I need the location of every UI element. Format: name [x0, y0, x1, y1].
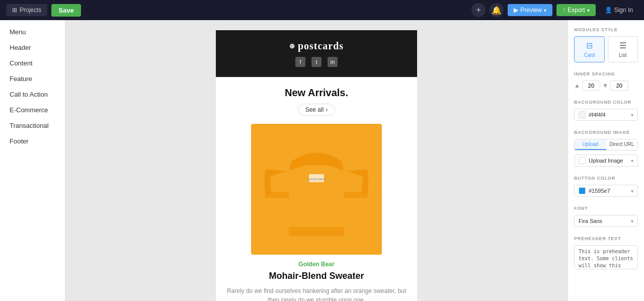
projects-label: Projects — [20, 7, 41, 14]
signin-button[interactable]: 👤 Sign In — [600, 4, 638, 16]
user-icon: 👤 — [605, 7, 612, 14]
sidebar-item-cta[interactable]: Call to Action — [0, 87, 65, 102]
button-color-caret-icon: ▾ — [631, 188, 633, 194]
bg-color-value: #f4f4f4 — [589, 112, 628, 118]
preview-label: Preview — [520, 7, 542, 14]
email-header-block: ⊕ postcards f t in — [216, 30, 417, 77]
sidebar-item-ecommerce[interactable]: E-Commerce — [0, 102, 65, 118]
button-color-label: BUTTON COLOR — [574, 176, 638, 181]
sidebar-item-content[interactable]: Content — [0, 55, 65, 71]
canvas-area: ⊕ postcards f t in New Arrivals. See all… — [65, 20, 568, 301]
spacing-up-icon[interactable]: ▲ — [574, 82, 580, 89]
sidebar-item-feature[interactable]: Feature — [0, 71, 65, 87]
add-button[interactable]: + — [471, 3, 486, 17]
style-buttons: ⊟ Card ☰ List — [574, 36, 638, 62]
upload-caret-icon: ▾ — [631, 158, 633, 164]
product-description: Rarely do we find ourselves hankering af… — [226, 286, 407, 301]
see-all-button[interactable]: See all › — [298, 104, 336, 116]
see-all-label: See all — [305, 106, 324, 113]
export-caret-icon: ▾ — [587, 8, 590, 13]
preheader-label: PREHEADER TEXT — [574, 236, 638, 241]
spacing-row: ▲ ▼ — [574, 81, 638, 91]
modules-style-label: MODULES STYLE — [574, 27, 638, 32]
upload-tab[interactable]: Upload — [575, 139, 606, 150]
font-label: FONT — [574, 206, 638, 211]
font-caret-icon: ▾ — [631, 218, 633, 224]
inner-spacing-label: INNER SPACING — [574, 71, 638, 77]
section-title: New Arrivals. — [226, 87, 407, 99]
card-label: Card — [584, 52, 595, 58]
sidebar-item-menu[interactable]: Menu — [0, 24, 65, 40]
spacing-top-input[interactable] — [582, 81, 600, 91]
color-caret-icon: ▾ — [631, 112, 633, 118]
svg-text:GOLDEN BEAR: GOLDEN BEAR — [307, 178, 326, 181]
save-button[interactable]: Save — [51, 4, 80, 17]
email-social: f t in — [226, 57, 407, 67]
card-style-button[interactable]: ⊟ Card — [574, 36, 605, 62]
button-color-swatch — [579, 187, 586, 194]
bg-image-label: BACKGROUND IMAGE — [574, 130, 638, 135]
svg-rect-4 — [265, 192, 289, 198]
projects-button[interactable]: ⊞ Projects — [6, 4, 47, 16]
sweater-svg: GOLDEN BEAR — [261, 134, 372, 245]
product-image: GOLDEN BEAR — [251, 124, 382, 255]
topbar: ⊞ Projects Save + 🔔 ▶ Preview ▾ ↑ Export… — [0, 0, 644, 20]
topbar-right: + 🔔 ▶ Preview ▾ ↑ Export ▾ 👤 Sign In — [471, 3, 638, 17]
list-icon: ☰ — [619, 41, 626, 50]
upload-image-row[interactable]: Upload Image ▾ — [574, 155, 638, 167]
preview-icon: ▶ — [514, 7, 518, 14]
notification-button[interactable]: 🔔 — [490, 3, 504, 17]
bg-image-tabs: Upload Direct URL — [574, 139, 638, 150]
topbar-left: ⊞ Projects Save — [6, 4, 81, 17]
product-name: Mohair-Blend Sweater — [226, 271, 407, 281]
list-label: List — [619, 52, 627, 58]
font-select[interactable]: Fira Sans ▾ — [574, 215, 638, 227]
twitter-icon: t — [311, 57, 321, 67]
preheader-section: PREHEADER TEXT This is preheader text. S… — [574, 236, 638, 271]
sidebar-item-footer[interactable]: Footer — [0, 133, 65, 149]
logo-text: postcards — [298, 40, 344, 52]
font-section: FONT Fira Sans ▾ — [574, 206, 638, 227]
sidebar-item-transactional[interactable]: Transactional — [0, 118, 65, 133]
button-color-section: BUTTON COLOR #1595e7 ▾ — [574, 176, 638, 197]
card-icon: ⊟ — [586, 41, 593, 50]
direct-url-tab[interactable]: Direct URL — [606, 139, 638, 150]
button-color-value: #1595e7 — [589, 188, 628, 194]
sidebar-item-header[interactable]: Header — [0, 40, 65, 55]
upload-image-label: Upload Image — [589, 158, 628, 164]
right-panel: MODULES STYLE ⊟ Card ☰ List INNER SPACIN… — [568, 20, 644, 301]
inner-spacing-section: INNER SPACING ▲ ▼ — [574, 71, 638, 91]
export-label: Export — [568, 7, 585, 14]
export-button[interactable]: ↑ Export ▾ — [556, 4, 596, 16]
email-preview: ⊕ postcards f t in New Arrivals. See all… — [216, 30, 417, 291]
svg-rect-3 — [289, 227, 344, 236]
modules-style-section: MODULES STYLE ⊟ Card ☰ List — [574, 27, 638, 62]
sidebar: Menu Header Content Feature Call to Acti… — [0, 20, 65, 301]
bg-color-picker[interactable]: #f4f4f4 ▾ — [574, 109, 638, 121]
list-style-button[interactable]: ☰ List — [608, 36, 638, 62]
email-logo: ⊕ postcards — [226, 40, 407, 52]
export-icon: ↑ — [562, 7, 566, 14]
preheader-textarea[interactable]: This is preheader text. Some clients wil… — [574, 245, 638, 269]
product-brand: Golden Bear — [226, 261, 407, 268]
bg-color-swatch — [579, 111, 586, 118]
facebook-icon: f — [295, 57, 305, 67]
main-layout: Menu Header Content Feature Call to Acti… — [0, 20, 644, 301]
bg-color-label: BACKGROUND COLOR — [574, 100, 638, 105]
chevron-right-icon: › — [326, 106, 328, 113]
preview-button[interactable]: ▶ Preview ▾ — [508, 4, 552, 16]
upload-checkbox[interactable] — [579, 157, 586, 164]
bg-image-section: BACKGROUND IMAGE Upload Direct URL Uploa… — [574, 130, 638, 167]
logo-icon: ⊕ — [289, 42, 295, 50]
spacing-bottom-input[interactable] — [610, 81, 628, 91]
preview-caret-icon: ▾ — [544, 8, 546, 13]
email-content-block: New Arrivals. See all › — [216, 77, 417, 301]
grid-icon: ⊞ — [12, 7, 17, 14]
bg-color-section: BACKGROUND COLOR #f4f4f4 ▾ — [574, 100, 638, 121]
font-value: Fira Sans — [579, 218, 602, 224]
signin-label: Sign In — [614, 7, 633, 14]
button-color-picker[interactable]: #1595e7 ▾ — [574, 185, 638, 197]
spacing-down-icon[interactable]: ▼ — [602, 82, 608, 89]
svg-rect-5 — [344, 192, 368, 198]
instagram-icon: in — [328, 57, 338, 67]
